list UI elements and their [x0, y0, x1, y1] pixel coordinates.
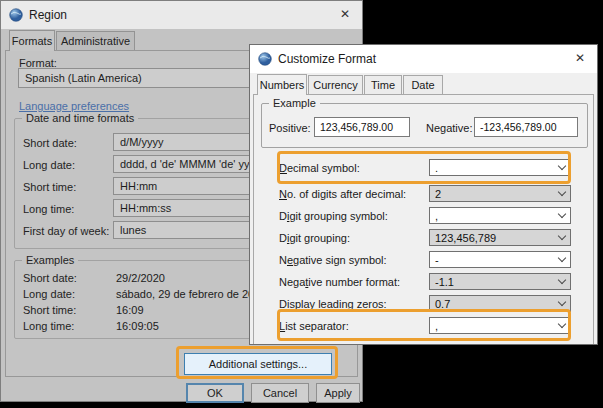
- chevron-down-icon: [558, 232, 566, 240]
- format-combobox-value: Spanish (Latin America): [25, 72, 142, 84]
- list-separator-label: List separator:: [279, 320, 349, 332]
- cancel-button[interactable]: Cancel: [251, 383, 309, 403]
- example-group-title: Example: [269, 97, 320, 109]
- digit-grouping-combobox[interactable]: 123,456,789: [429, 229, 571, 246]
- digit-grouping-symbol-value: ,: [435, 210, 438, 222]
- long-time-value: HH:mm:ss: [120, 202, 171, 214]
- ex-long-time-value: 16:09:05: [116, 320, 159, 332]
- ex-long-date-label: Long date:: [23, 288, 75, 300]
- long-date-label: Long date:: [23, 159, 75, 171]
- customize-titlebar: Customize Format ✕: [250, 45, 597, 73]
- tab-currency[interactable]: Currency: [308, 75, 363, 94]
- examples-group-title: Examples: [22, 254, 78, 266]
- chevron-down-icon: [558, 254, 566, 262]
- tab-date[interactable]: Date: [403, 75, 443, 94]
- tab-administrative[interactable]: Administrative: [56, 31, 135, 50]
- language-preferences-link[interactable]: Language preferences: [19, 100, 129, 112]
- negative-sign-symbol-label: Negative sign symbol:: [279, 254, 387, 266]
- positive-example-value: 123,456,789.00: [320, 121, 393, 133]
- long-time-label: Long time:: [23, 203, 74, 215]
- negative-number-format-value: -1.1: [435, 276, 454, 288]
- chevron-down-icon: [558, 298, 566, 306]
- positive-label: Positive:: [269, 122, 311, 134]
- negative-example-value: -123,456,789.00: [480, 121, 556, 133]
- long-date-value: dddd, d 'de' MMMM 'de' yyyy: [120, 158, 260, 170]
- region-title: Region: [29, 8, 67, 22]
- ex-short-date-label: Short date:: [23, 272, 77, 284]
- region-window-icon: [9, 8, 23, 22]
- customize-title: Customize Format: [278, 52, 376, 66]
- customize-format-dialog: Customize Format ✕ Numbers Currency Time…: [249, 44, 598, 345]
- short-date-value: d/M/yyyy: [120, 136, 163, 148]
- region-close-icon[interactable]: ✕: [328, 1, 362, 27]
- chevron-down-icon: [558, 210, 566, 218]
- list-separator-value: ,: [435, 320, 438, 332]
- negative-sign-symbol-value: -: [435, 254, 439, 266]
- ex-short-time-value: 16:09: [116, 304, 144, 316]
- short-time-value: HH:mm: [120, 180, 157, 192]
- region-titlebar: Region ✕: [1, 1, 362, 29]
- chevron-down-icon: [558, 188, 566, 196]
- customize-close-icon[interactable]: ✕: [563, 45, 597, 71]
- tab-time[interactable]: Time: [364, 75, 402, 94]
- negative-number-format-combobox[interactable]: -1.1: [429, 273, 571, 290]
- additional-settings-button[interactable]: Additional settings...: [184, 353, 332, 375]
- tab-numbers[interactable]: Numbers: [257, 74, 307, 95]
- display-leading-zeros-combobox[interactable]: 0.7: [429, 295, 571, 312]
- decimal-symbol-value: .: [435, 162, 438, 174]
- digit-grouping-label: Digit grouping:: [279, 232, 350, 244]
- negative-sign-symbol-combobox[interactable]: -: [429, 251, 571, 268]
- digits-after-decimal-combobox[interactable]: 2: [429, 185, 571, 202]
- apply-button[interactable]: Apply: [316, 383, 360, 403]
- negative-number-format-label: Negative number format:: [279, 276, 400, 288]
- ok-button[interactable]: OK: [186, 383, 244, 403]
- decimal-symbol-combobox[interactable]: .: [429, 159, 571, 176]
- digits-after-decimal-label: No. of digits after decimal:: [279, 188, 406, 200]
- ex-short-date-value: 29/2/2020: [116, 272, 165, 284]
- datetime-formats-group-title: Date and time formats: [22, 112, 138, 124]
- display-leading-zeros-value: 0.7: [435, 298, 450, 310]
- display-leading-zeros-label: Display leading zeros:: [279, 298, 387, 310]
- ex-long-date-value: sábado, 29 de febrero de 2020: [116, 288, 266, 300]
- digit-grouping-symbol-label: Digit grouping symbol:: [279, 210, 388, 222]
- negative-label: Negative:: [426, 122, 472, 134]
- ex-long-time-label: Long time:: [23, 320, 74, 332]
- short-date-label: Short date:: [23, 137, 77, 149]
- digit-grouping-symbol-combobox[interactable]: ,: [429, 207, 571, 224]
- tab-formats[interactable]: Formats: [9, 30, 55, 51]
- ex-short-time-label: Short time:: [23, 304, 76, 316]
- negative-example-field[interactable]: -123,456,789.00: [474, 117, 578, 137]
- positive-example-field[interactable]: 123,456,789.00: [314, 117, 410, 137]
- chevron-down-icon: [558, 162, 566, 170]
- decimal-symbol-label: Decimal symbol:: [279, 162, 360, 174]
- first-day-label: First day of week:: [23, 225, 109, 237]
- digits-after-decimal-value: 2: [435, 188, 441, 200]
- digit-grouping-value: 123,456,789: [435, 232, 496, 244]
- screenshot-stage: Region ✕ Formats Administrative Format: …: [0, 0, 603, 408]
- chevron-down-icon: [558, 320, 566, 328]
- short-time-label: Short time:: [23, 181, 76, 193]
- chevron-down-icon: [558, 276, 566, 284]
- first-day-value: lunes: [120, 224, 146, 236]
- list-separator-combobox[interactable]: ,: [429, 317, 571, 334]
- customize-window-icon: [258, 52, 272, 66]
